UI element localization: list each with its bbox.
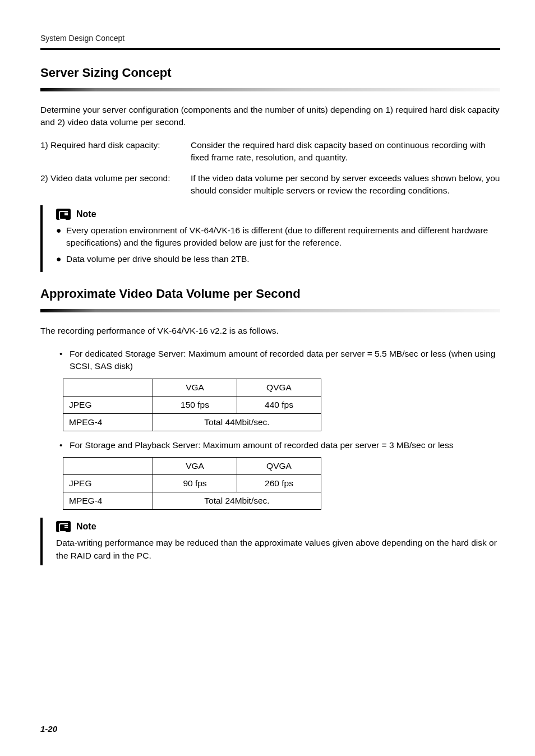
page-number: 1-20 — [40, 724, 57, 734]
th-vga: VGA — [153, 379, 237, 396]
bullet-dot: • — [59, 348, 70, 373]
note2-text: Data-writing performance may be reduced … — [56, 537, 500, 562]
th-vga-2: VGA — [153, 458, 237, 475]
gradient-rule-2 — [40, 309, 500, 312]
bullet-1-text: For dedicated Storage Server: Maximum am… — [70, 348, 500, 373]
section-title-approx-volume: Approximate Video Data Volume per Second — [40, 287, 500, 301]
th-qvga: QVGA — [237, 379, 321, 396]
def-desc-1: Consider the required hard disk capacity… — [191, 139, 500, 164]
definition-list: 1) Required hard disk capacity: Consider… — [40, 139, 500, 197]
td-jpeg-vga-2: 90 fps — [153, 475, 237, 492]
bullet-2-text: For Storage and Playback Server: Maximum… — [70, 439, 453, 451]
th-empty-2 — [63, 458, 153, 475]
td-mpeg4-label: MPEG-4 — [63, 413, 153, 431]
section-title-server-sizing: Server Sizing Concept — [40, 66, 500, 80]
td-mpeg4-label-2: MPEG-4 — [63, 492, 153, 510]
def-term-1: 1) Required hard disk capacity: — [40, 139, 191, 164]
section1-intro: Determine your server configuration (com… — [40, 104, 500, 129]
td-jpeg-qvga: 440 fps — [237, 396, 321, 413]
def-desc-2: If the video data volume per second by s… — [191, 172, 500, 197]
note-block-1: Note ●Every operation environment of VK-… — [40, 205, 500, 272]
bullet-dot: ● — [56, 253, 66, 265]
note-block-2: Note Data-writing performance may be red… — [40, 518, 500, 565]
td-mpeg4-merged-2: Total 24Mbit/sec. — [153, 492, 321, 510]
running-head: System Design Concept — [40, 34, 500, 43]
note1-item-1: Every operation environment of VK-64/VK-… — [66, 224, 500, 250]
td-jpeg-vga: 150 fps — [153, 396, 237, 413]
td-jpeg-label: JPEG — [63, 396, 153, 413]
def-term-2: 2) Video data volume per second: — [40, 172, 191, 197]
note1-item-2: Data volume per drive should be less tha… — [66, 253, 250, 265]
note-icon — [56, 521, 71, 532]
note-label-2: Note — [76, 522, 96, 532]
section2-intro: The recording performance of VK-64/VK-16… — [40, 325, 500, 337]
note-icon — [56, 209, 71, 220]
bullet-dot: • — [59, 439, 70, 451]
td-jpeg-label-2: JPEG — [63, 475, 153, 492]
table-dedicated-storage: VGA QVGA JPEG 150 fps 440 fps MPEG-4 Tot… — [63, 379, 321, 431]
table-storage-playback: VGA QVGA JPEG 90 fps 260 fps MPEG-4 Tota… — [63, 457, 321, 510]
td-mpeg4-merged: Total 44Mbit/sec. — [153, 413, 321, 431]
td-jpeg-qvga-2: 260 fps — [237, 475, 321, 492]
bullet-dot: ● — [56, 224, 66, 250]
th-qvga-2: QVGA — [237, 458, 321, 475]
note-label-1: Note — [76, 209, 96, 219]
gradient-rule-1 — [40, 88, 500, 91]
header-rule — [40, 48, 500, 50]
th-empty — [63, 379, 153, 396]
